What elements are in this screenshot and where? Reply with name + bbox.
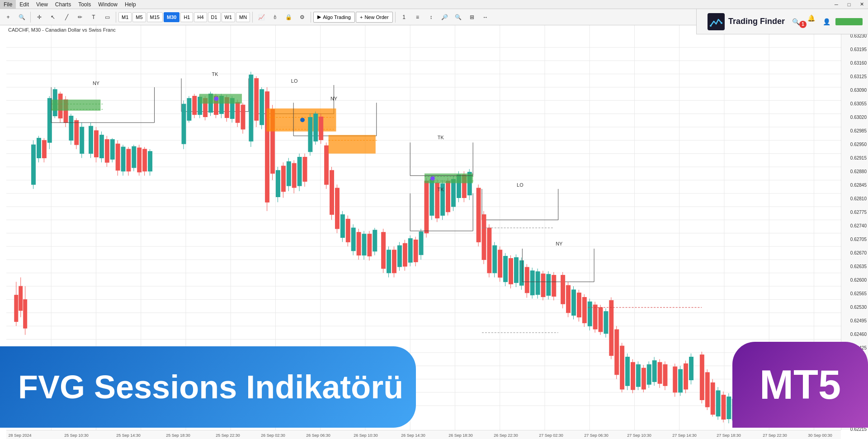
menu-charts[interactable]: Charts bbox=[52, 0, 75, 9]
svg-rect-56 bbox=[32, 145, 36, 184]
svg-rect-176 bbox=[392, 250, 396, 273]
candle-group-6 bbox=[308, 112, 377, 261]
line-button[interactable]: ╱ bbox=[60, 11, 73, 24]
zoom-in2-button[interactable]: 🔍 bbox=[452, 11, 465, 24]
svg-rect-188 bbox=[425, 181, 429, 233]
draw-button[interactable]: ✏ bbox=[74, 11, 86, 24]
volume-button[interactable]: ↕ bbox=[425, 11, 438, 24]
time-25sep1430: 25 Sep 14:30 bbox=[116, 433, 141, 438]
svg-rect-294 bbox=[727, 397, 731, 419]
time-26sep0230: 26 Sep 02:30 bbox=[261, 433, 285, 438]
menu-help[interactable]: Help bbox=[121, 0, 140, 9]
grid-button[interactable]: ⊞ bbox=[466, 11, 478, 24]
new-chart-button[interactable]: + bbox=[2, 11, 14, 24]
zoom-out-button[interactable]: 🔎 bbox=[439, 11, 451, 24]
tf-h1[interactable]: H1 bbox=[180, 12, 193, 22]
svg-rect-232 bbox=[547, 274, 551, 296]
svg-rect-326 bbox=[823, 378, 827, 402]
time-axis: 28 Sep 2024 25 Sep 10:30 25 Sep 14:30 25… bbox=[6, 430, 841, 439]
new-order-button[interactable]: + New Order bbox=[356, 12, 393, 23]
menu-window[interactable]: Window bbox=[94, 0, 121, 9]
lock-button[interactable]: 🔒 bbox=[282, 11, 295, 24]
svg-rect-250 bbox=[599, 307, 603, 332]
session-label-tk2: TK bbox=[438, 135, 444, 140]
svg-rect-162 bbox=[351, 228, 355, 251]
candle-group-3 bbox=[89, 123, 152, 175]
menu-edit[interactable]: Edit bbox=[16, 0, 33, 9]
tf-m1[interactable]: M1 bbox=[118, 12, 132, 22]
time-26sep1030: 26 Sep 10:30 bbox=[354, 433, 378, 438]
price-0.62950: 0.62950 bbox=[850, 142, 867, 147]
menu-view[interactable]: View bbox=[33, 0, 52, 9]
time-27sep0630: 27 Sep 06:30 bbox=[584, 433, 609, 438]
svg-rect-136 bbox=[281, 166, 285, 192]
svg-rect-0 bbox=[708, 13, 725, 30]
tf-mn[interactable]: MN bbox=[236, 12, 250, 22]
shapes-button[interactable]: ▭ bbox=[101, 11, 113, 24]
minimize-button[interactable]: ─ bbox=[830, 0, 843, 9]
menu-file[interactable]: File bbox=[0, 0, 16, 9]
svg-rect-320 bbox=[807, 384, 811, 409]
svg-rect-330 bbox=[834, 378, 838, 402]
menu-tools[interactable]: Tools bbox=[75, 0, 94, 9]
tf-notification-button[interactable]: 🔔 bbox=[805, 12, 817, 24]
svg-rect-290 bbox=[716, 391, 720, 416]
crosshair-button[interactable]: ✛ bbox=[33, 11, 46, 24]
svg-rect-168 bbox=[368, 234, 372, 256]
chart-container[interactable]: CADCHF, M30 - Canadian Dollar vs Swiss F… bbox=[0, 25, 868, 439]
svg-rect-262 bbox=[631, 362, 635, 390]
one-click-button[interactable]: 1 bbox=[398, 11, 410, 24]
svg-rect-268 bbox=[647, 364, 651, 384]
svg-rect-234 bbox=[552, 275, 556, 297]
session-label-ny2: NY bbox=[330, 96, 337, 101]
price-0.63125: 0.63125 bbox=[850, 74, 867, 79]
svg-rect-274 bbox=[663, 364, 667, 386]
price-0.62320: 0.62320 bbox=[850, 386, 867, 391]
chart-info: CADCHF, M30 - Canadian Dollar vs Swiss F… bbox=[8, 27, 116, 33]
maximize-button[interactable]: □ bbox=[843, 0, 855, 9]
time-26sep1430: 26 Sep 14:30 bbox=[401, 433, 425, 438]
session-label-ny3: NY bbox=[556, 241, 562, 246]
trading-finder-logo: Trading Finder bbox=[708, 13, 785, 30]
cursor-button[interactable]: ↖ bbox=[47, 11, 59, 24]
auto-scroll-button[interactable]: ↔ bbox=[479, 11, 492, 24]
session-label-tk3: TK bbox=[438, 187, 444, 192]
algo-trading-button[interactable]: ▶ Algo Trading bbox=[313, 12, 355, 23]
time-27sep1030: 27 Sep 10:30 bbox=[627, 433, 651, 438]
tf-m15[interactable]: M15 bbox=[147, 12, 163, 22]
svg-rect-256 bbox=[615, 330, 619, 375]
chart-type-button[interactable]: 🕯 bbox=[269, 11, 281, 24]
trading-finder-header: Trading Finder 🔍 🔔 1 👤 bbox=[696, 9, 868, 34]
close-button[interactable]: ✕ bbox=[855, 0, 868, 9]
zoom-in-button[interactable]: 🔍 bbox=[15, 11, 28, 24]
svg-rect-324 bbox=[817, 380, 821, 405]
svg-rect-60 bbox=[42, 140, 46, 158]
svg-rect-270 bbox=[652, 360, 656, 382]
tf-d1[interactable]: D1 bbox=[208, 12, 221, 22]
session-label-lo2: LO bbox=[517, 182, 524, 188]
tf-status-bar bbox=[835, 18, 863, 25]
svg-rect-148 bbox=[314, 114, 318, 142]
indicators-button[interactable]: 📈 bbox=[255, 11, 268, 24]
tf-h4[interactable]: H4 bbox=[194, 12, 207, 22]
menu-bar: File Edit View Charts Tools Window Help … bbox=[0, 0, 868, 9]
svg-rect-244 bbox=[582, 297, 586, 323]
tf-m30[interactable]: M30 bbox=[164, 12, 179, 22]
svg-rect-304 bbox=[764, 393, 768, 420]
tf-user-button[interactable]: 👤 bbox=[820, 15, 833, 28]
text-button[interactable]: T bbox=[87, 11, 100, 24]
svg-point-1 bbox=[710, 25, 712, 27]
svg-rect-164 bbox=[357, 232, 361, 255]
svg-rect-84 bbox=[110, 139, 114, 159]
svg-rect-246 bbox=[588, 302, 592, 326]
settings-button[interactable]: ⚙ bbox=[296, 11, 308, 24]
tf-m5[interactable]: M5 bbox=[132, 12, 146, 22]
time-26sep0630: 26 Sep 06:30 bbox=[306, 433, 330, 438]
time-27sep2230: 27 Sep 22:30 bbox=[763, 433, 787, 438]
svg-rect-238 bbox=[566, 285, 571, 313]
svg-rect-258 bbox=[620, 346, 624, 389]
svg-rect-50 bbox=[14, 295, 18, 322]
tf-w1[interactable]: W1 bbox=[222, 12, 236, 22]
svg-rect-158 bbox=[340, 215, 344, 238]
depth-button[interactable]: ≡ bbox=[411, 11, 424, 24]
